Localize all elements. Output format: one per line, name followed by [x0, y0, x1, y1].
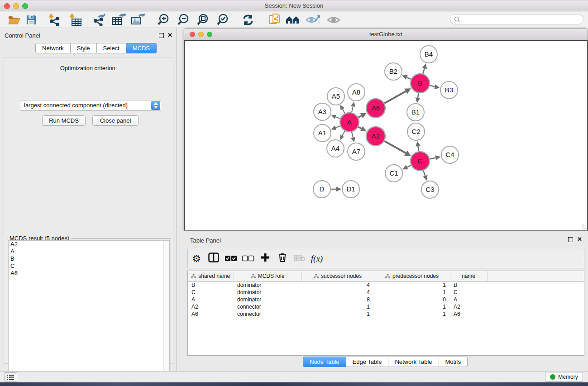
search-box[interactable]	[450, 14, 583, 24]
cell-name[interactable]: B	[450, 281, 487, 289]
cell-shared-name[interactable]: A2	[188, 303, 234, 310]
export-network-icon[interactable]	[91, 13, 107, 27]
cell-predecessor-nodes[interactable]: 1	[374, 289, 450, 296]
cell-MCDS-role[interactable]: dominator	[234, 281, 301, 289]
refresh-icon[interactable]	[240, 13, 256, 27]
column-header-shared-name[interactable]: shared name	[188, 271, 234, 281]
run-mcds-button[interactable]: Run MCDS	[42, 115, 86, 126]
search-input[interactable]	[460, 16, 583, 23]
edge-A2-C[interactable]	[384, 141, 406, 153]
cell-name[interactable]: A	[450, 296, 487, 303]
result-scrollbar[interactable]	[163, 241, 169, 386]
edge-A-A1[interactable]	[335, 126, 340, 128]
tab-motifs[interactable]: Motifs	[439, 357, 468, 367]
export-image-icon[interactable]	[130, 13, 146, 27]
mcds-result-list[interactable]: A2ABCA6	[8, 240, 170, 386]
optimization-criterion-dropdown[interactable]: largest connected component (directed)	[20, 100, 161, 111]
edge-B-B3[interactable]	[430, 86, 435, 87]
save-session-icon[interactable]	[24, 13, 39, 27]
cell-predecessor-nodes[interactable]: 1	[374, 310, 450, 318]
memory-button[interactable]: Memory	[545, 372, 583, 382]
task-history-button[interactable]	[5, 372, 17, 381]
zoom-fit-icon[interactable]	[195, 13, 210, 27]
cell-successor-nodes[interactable]: 8	[301, 296, 374, 303]
close-table-panel-icon[interactable]: ✕	[577, 236, 583, 242]
table-row[interactable]: A2connector11A2	[188, 303, 584, 310]
network-graph[interactable]: B4B2BB3A5A8A6B1A3AA1C2A2A4A7CC4C1C3DD1	[185, 41, 587, 230]
network-canvas[interactable]: B4B2BB3A5A8A6B1A3AA1C2A2A4A7CC4C1C3DD1	[184, 40, 588, 230]
edge-A6-B[interactable]	[384, 91, 406, 104]
edge-B-B4[interactable]	[423, 68, 425, 74]
hide-selected-icon[interactable]	[305, 13, 320, 27]
cell-successor-nodes[interactable]: 4	[301, 289, 374, 296]
tab-style[interactable]: Style	[71, 43, 97, 53]
cell-MCDS-role[interactable]: connector	[234, 310, 301, 318]
open-file-icon[interactable]	[6, 13, 22, 27]
result-item[interactable]: A2	[9, 241, 169, 248]
close-panel-button[interactable]: Close panel	[92, 115, 139, 126]
edge-B-B2[interactable]	[407, 77, 411, 79]
table-row[interactable]: Bdominator41B	[188, 281, 584, 289]
table-row[interactable]: Adominator80A	[188, 296, 584, 303]
float-table-panel-icon[interactable]	[568, 237, 573, 242]
result-item[interactable]: A6	[9, 270, 169, 277]
show-all-icon[interactable]	[326, 13, 341, 27]
tab-node-table[interactable]: Node Table	[303, 357, 346, 367]
cell-shared-name[interactable]: C	[188, 289, 234, 296]
edge-C-C4[interactable]	[430, 158, 436, 159]
cell-predecessor-nodes[interactable]: 1	[374, 281, 450, 289]
edge-A-A6[interactable]	[358, 116, 361, 118]
edge-A-A8[interactable]	[352, 106, 353, 113]
cell-predecessor-nodes[interactable]: 0	[374, 296, 450, 303]
edge-B-B1[interactable]	[418, 93, 419, 98]
table-row[interactable]: A6connector11A6	[188, 310, 584, 318]
edge-C-C2[interactable]	[418, 146, 419, 151]
cell-shared-name[interactable]: B	[188, 281, 234, 289]
column-header-successor-nodes[interactable]: successor nodes	[301, 271, 374, 281]
float-panel-icon[interactable]	[159, 33, 164, 38]
tab-network-table[interactable]: Network Table	[388, 357, 439, 367]
zoom-selected-icon[interactable]	[215, 13, 230, 27]
node-table[interactable]: shared nameMCDS rolesuccessor nodesprede…	[187, 271, 584, 356]
export-table-icon[interactable]	[111, 13, 126, 27]
add-column-icon[interactable]	[257, 253, 274, 264]
cell-MCDS-role[interactable]: connector	[234, 303, 301, 310]
column-header-MCDS-role[interactable]: MCDS role	[234, 271, 301, 281]
edge-A-A7[interactable]	[352, 132, 353, 138]
cell-MCDS-role[interactable]: dominator	[234, 289, 301, 296]
first-neighbors-icon[interactable]	[285, 13, 301, 27]
zoom-out-icon[interactable]	[176, 13, 191, 27]
cell-shared-name[interactable]: A6	[188, 310, 234, 318]
column-header-name[interactable]: name	[450, 271, 487, 281]
cell-successor-nodes[interactable]: 4	[301, 281, 374, 289]
cell-name[interactable]: A2	[450, 303, 487, 310]
edge-A-A3[interactable]	[336, 117, 340, 119]
tab-mcds[interactable]: MCDS	[126, 43, 157, 53]
table-settings-icon[interactable]: ⚙	[188, 253, 205, 265]
cell-name[interactable]: C	[450, 289, 487, 296]
zoom-in-icon[interactable]	[156, 13, 171, 27]
result-item[interactable]: B	[9, 255, 169, 262]
cell-name[interactable]: A6	[450, 310, 487, 318]
clone-network-icon[interactable]	[268, 13, 283, 27]
edge-C-C1[interactable]	[407, 165, 411, 167]
column-view-icon[interactable]	[205, 253, 222, 265]
import-table-icon[interactable]	[67, 13, 83, 27]
edge-A-A4[interactable]	[342, 131, 345, 136]
column-header-predecessor-nodes[interactable]: predecessor nodes	[374, 271, 450, 281]
result-item[interactable]: A	[9, 248, 169, 255]
import-network-icon[interactable]	[47, 13, 62, 27]
cell-successor-nodes[interactable]: 1	[301, 310, 374, 318]
cell-successor-nodes[interactable]: 1	[301, 303, 374, 310]
tab-network[interactable]: Network	[35, 43, 71, 53]
cell-predecessor-nodes[interactable]: 1	[374, 303, 450, 310]
table-row[interactable]: Cdominator41C	[188, 289, 584, 296]
select-all-icon[interactable]	[222, 254, 239, 264]
cell-MCDS-role[interactable]: dominator	[234, 296, 301, 303]
edge-C-C3[interactable]	[423, 171, 425, 176]
edge-A-A5[interactable]	[343, 109, 345, 114]
result-item[interactable]: C	[9, 262, 169, 270]
delete-column-icon[interactable]	[274, 253, 291, 265]
close-panel-icon[interactable]: ✕	[167, 32, 173, 38]
deselect-all-icon[interactable]	[239, 254, 257, 264]
